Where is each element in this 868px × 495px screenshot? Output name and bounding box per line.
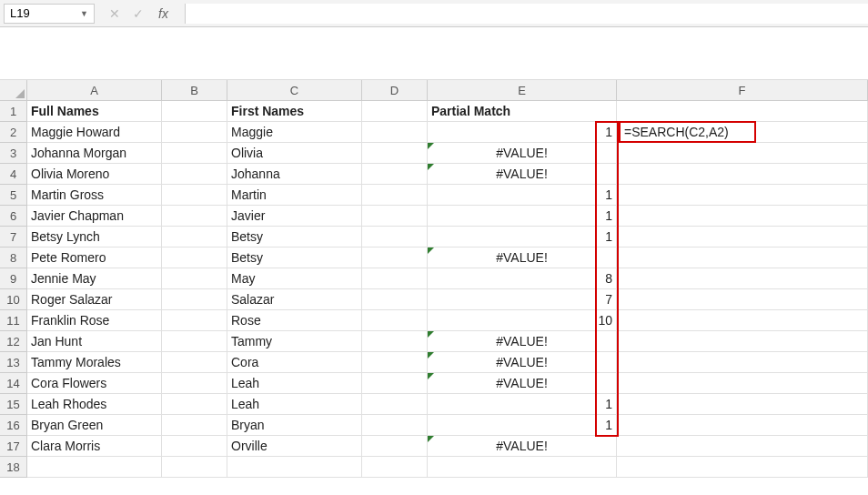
row-header-13[interactable]: 13	[0, 352, 27, 373]
cell-E6[interactable]: 1	[428, 206, 617, 227]
cell-D1[interactable]	[362, 101, 428, 122]
cell-A10[interactable]: Roger Salazar	[27, 289, 162, 310]
cell-E8[interactable]: #VALUE!	[428, 248, 617, 268]
cell-B8[interactable]	[162, 248, 227, 268]
cell-F13[interactable]	[617, 352, 868, 373]
cell-F10[interactable]	[617, 289, 868, 310]
cell-B7[interactable]	[162, 227, 227, 248]
row-header-18[interactable]: 18	[0, 457, 27, 478]
cell-F17[interactable]	[617, 436, 868, 457]
cell-A14[interactable]: Cora Flowers	[27, 373, 162, 394]
cell-D2[interactable]	[362, 122, 428, 143]
cell-C13[interactable]: Cora	[227, 352, 362, 373]
chevron-down-icon[interactable]: ▼	[80, 9, 88, 18]
cell-D3[interactable]	[362, 143, 428, 164]
row-header-17[interactable]: 17	[0, 436, 27, 457]
cell-E7[interactable]: 1	[428, 227, 617, 248]
cell-B14[interactable]	[162, 373, 227, 394]
cell-D6[interactable]	[362, 206, 428, 227]
cell-B2[interactable]	[162, 122, 227, 143]
cell-D5[interactable]	[362, 185, 428, 206]
cell-B12[interactable]	[162, 331, 227, 352]
cell-C12[interactable]: Tammy	[227, 331, 362, 352]
cell-F11[interactable]	[617, 310, 868, 331]
name-box[interactable]: L19 ▼	[4, 4, 95, 24]
col-header-A[interactable]: A	[27, 80, 162, 101]
cell-D17[interactable]	[362, 436, 428, 457]
spreadsheet-grid[interactable]: ABCDEF1Full NamesFirst NamesPartial Matc…	[0, 80, 868, 478]
cell-E5[interactable]: 1	[428, 185, 617, 206]
cell-E17[interactable]: #VALUE!	[428, 436, 617, 457]
row-header-7[interactable]: 7	[0, 227, 27, 248]
row-header-1[interactable]: 1	[0, 101, 27, 122]
cell-B5[interactable]	[162, 185, 227, 206]
cell-E3[interactable]: #VALUE!	[428, 143, 617, 164]
cell-B10[interactable]	[162, 289, 227, 310]
cell-D13[interactable]	[362, 352, 428, 373]
cell-C8[interactable]: Betsy	[227, 248, 362, 268]
cell-A2[interactable]: Maggie Howard	[27, 122, 162, 143]
cell-E13[interactable]: #VALUE!	[428, 352, 617, 373]
cell-B11[interactable]	[162, 310, 227, 331]
cell-B9[interactable]	[162, 268, 227, 289]
cell-F18[interactable]	[617, 457, 868, 478]
cell-E10[interactable]: 7	[428, 289, 617, 310]
cell-E9[interactable]: 8	[428, 268, 617, 289]
cell-A4[interactable]: Olivia Moreno	[27, 164, 162, 185]
cell-F5[interactable]	[617, 185, 868, 206]
cell-F6[interactable]	[617, 206, 868, 227]
cell-F2[interactable]	[617, 122, 868, 143]
cell-A1[interactable]: Full Names	[27, 101, 162, 122]
cell-F4[interactable]	[617, 164, 868, 185]
cell-E1[interactable]: Partial Match	[428, 101, 617, 122]
row-header-15[interactable]: 15	[0, 394, 27, 415]
cell-B3[interactable]	[162, 143, 227, 164]
cell-D8[interactable]	[362, 248, 428, 268]
cell-C2[interactable]: Maggie	[227, 122, 362, 143]
cell-B16[interactable]	[162, 415, 227, 436]
cell-D10[interactable]	[362, 289, 428, 310]
row-header-4[interactable]: 4	[0, 164, 27, 185]
cell-C3[interactable]: Olivia	[227, 143, 362, 164]
cell-E12[interactable]: #VALUE!	[428, 331, 617, 352]
cell-A17[interactable]: Clara Morris	[27, 436, 162, 457]
formula-input[interactable]	[185, 4, 868, 24]
cell-A13[interactable]: Tammy Morales	[27, 352, 162, 373]
cell-A7[interactable]: Betsy Lynch	[27, 227, 162, 248]
cell-D7[interactable]	[362, 227, 428, 248]
cell-C17[interactable]: Orville	[227, 436, 362, 457]
cell-F14[interactable]	[617, 373, 868, 394]
row-header-5[interactable]: 5	[0, 185, 27, 206]
cell-F12[interactable]	[617, 331, 868, 352]
cell-D11[interactable]	[362, 310, 428, 331]
confirm-icon[interactable]: ✓	[133, 6, 144, 21]
cell-D9[interactable]	[362, 268, 428, 289]
cell-A8[interactable]: Pete Romero	[27, 248, 162, 268]
cell-B6[interactable]	[162, 206, 227, 227]
cell-C15[interactable]: Leah	[227, 394, 362, 415]
cell-A18[interactable]	[27, 457, 162, 478]
cell-D18[interactable]	[362, 457, 428, 478]
select-all-corner[interactable]	[0, 80, 27, 101]
cell-A5[interactable]: Martin Gross	[27, 185, 162, 206]
cell-E15[interactable]: 1	[428, 394, 617, 415]
cell-E18[interactable]	[428, 457, 617, 478]
col-header-E[interactable]: E	[428, 80, 617, 101]
cell-C9[interactable]: May	[227, 268, 362, 289]
cell-B15[interactable]	[162, 394, 227, 415]
cell-C14[interactable]: Leah	[227, 373, 362, 394]
col-header-D[interactable]: D	[362, 80, 428, 101]
row-header-3[interactable]: 3	[0, 143, 27, 164]
cell-F8[interactable]	[617, 248, 868, 268]
cell-A16[interactable]: Bryan Green	[27, 415, 162, 436]
cell-E16[interactable]: 1	[428, 415, 617, 436]
cell-A15[interactable]: Leah Rhodes	[27, 394, 162, 415]
col-header-F[interactable]: F	[617, 80, 868, 101]
row-header-8[interactable]: 8	[0, 248, 27, 268]
cell-E4[interactable]: #VALUE!	[428, 164, 617, 185]
cell-F9[interactable]	[617, 268, 868, 289]
col-header-C[interactable]: C	[227, 80, 362, 101]
cell-C11[interactable]: Rose	[227, 310, 362, 331]
cell-B18[interactable]	[162, 457, 227, 478]
col-header-B[interactable]: B	[162, 80, 227, 101]
